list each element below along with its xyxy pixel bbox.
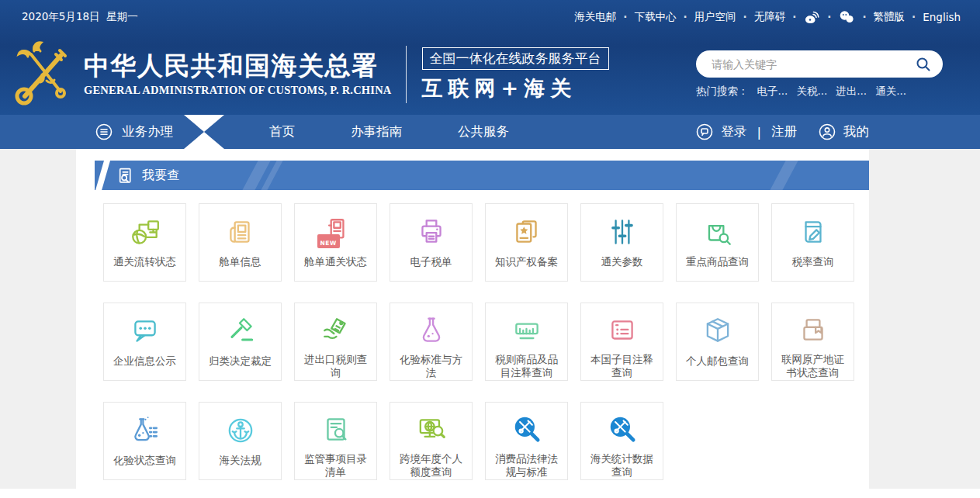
login-bubble-icon [695, 123, 714, 141]
separator-dot: · [792, 11, 796, 23]
service-card-lab-standards-methods[interactable]: 化验标准与方法 [390, 303, 473, 381]
service-label: 进出口税则查询 [300, 353, 372, 380]
menu-label: 业务办理 [122, 123, 173, 140]
site-subtitle: GENERAL ADMINISTRATION OF CUSTOMS, P. R.… [84, 84, 392, 97]
service-label: 归类决定裁定 [209, 354, 272, 368]
service-label: 消费品法律法规与标准 [490, 452, 563, 479]
hot-search-label: 热门搜索： [696, 85, 749, 99]
service-card-tax-rate-query[interactable]: 税率查询 [771, 203, 854, 282]
service-card-clearance-flow-status[interactable]: 通关流转状态 [103, 203, 186, 282]
certificate-box-icon [797, 313, 829, 348]
hand-tag-icon [320, 313, 352, 348]
topbar-link-mail[interactable]: 海关电邮 [574, 10, 616, 24]
service-card-manifest-clearance-status[interactable]: NEW 舱单通关状态 [294, 203, 377, 282]
site-title: 中华人民共和国海关总署 [84, 52, 392, 80]
service-card-key-commodity-query[interactable]: 重点商品查询 [676, 203, 759, 282]
service-card-customs-statistics-query[interactable]: 海关统计数据查询 [580, 402, 663, 480]
section-title: 我要查 [142, 168, 179, 184]
clipboard-search-icon [320, 413, 352, 447]
topbar-link-accessibility[interactable]: 无障碍 [754, 10, 786, 24]
flask-list-icon [129, 413, 161, 448]
separator-dot: · [743, 11, 747, 23]
my-account-link[interactable]: 我的 [843, 123, 869, 140]
monitor-search-icon [415, 413, 448, 447]
service-card-ipr-recordation[interactable]: 知识产权备案 [485, 203, 568, 282]
service-card-classification-decisions[interactable]: 归类决定裁定 [199, 303, 282, 381]
separator-dot: · [862, 11, 866, 23]
topbar-link-download[interactable]: 下载中心 [634, 10, 676, 24]
service-label: 本国子目注释查询 [586, 353, 658, 380]
ruler-icon [511, 313, 543, 348]
globe-network-icon [129, 214, 161, 250]
service-label: 电子税单 [410, 255, 452, 269]
service-card-domestic-subheading-notes-query[interactable]: 本国子目注释查询 [580, 303, 663, 381]
date-text: 2020年5月18日 星期一 [22, 10, 138, 24]
weibo-icon[interactable] [803, 9, 820, 26]
nav-item-guide[interactable]: 办事指南 [351, 123, 402, 140]
list-card-icon [606, 313, 639, 348]
nav-item-home[interactable]: 首页 [269, 123, 295, 140]
new-badge: NEW [317, 234, 340, 248]
document-new-icon: NEW [320, 214, 352, 250]
service-card-customs-regulations[interactable]: 海关法规 [199, 402, 282, 480]
emblem-search-icon [511, 413, 543, 447]
service-label: 化验状态查询 [113, 454, 176, 468]
streak-decoration [767, 161, 801, 190]
service-card-lab-status-query[interactable]: 化验状态查询 [103, 402, 186, 480]
newspaper-icon [224, 214, 257, 250]
nav-fold-decoration [184, 115, 224, 149]
service-card-import-export-tariff-query[interactable]: 进出口税则查询 [294, 303, 377, 381]
service-label: 舱单通关状态 [304, 255, 367, 269]
register-link[interactable]: 注册 [771, 123, 797, 140]
menu-button[interactable]: 业务办理 [95, 123, 173, 141]
search-input[interactable] [710, 57, 910, 71]
search-box [696, 50, 943, 78]
separator-dot: · [623, 11, 627, 23]
search-button[interactable] [910, 54, 937, 74]
service-card-manifest-info[interactable]: 舱单信息 [199, 203, 282, 282]
service-card-clearance-parameters[interactable]: 通关参数 [580, 203, 663, 282]
chat-dots-icon [129, 313, 161, 349]
bag-search-icon [701, 214, 734, 250]
wechat-icon[interactable] [838, 9, 855, 26]
service-card-electronic-tax-bill[interactable]: 电子税单 [390, 203, 473, 282]
hamburger-icon [95, 123, 113, 141]
topbar-link-userspace[interactable]: 用户空间 [694, 10, 736, 24]
service-label: 知识产权备案 [495, 255, 558, 269]
hot-search-item[interactable]: 关税... [796, 85, 827, 99]
book-pencil-icon [797, 214, 829, 250]
service-card-enterprise-info-publicity[interactable]: 企业信息公示 [103, 303, 186, 381]
service-label: 监管事项目录清单 [300, 452, 372, 479]
service-card-personal-parcel-query[interactable]: 个人邮包查询 [676, 303, 759, 381]
package-box-icon [701, 313, 734, 349]
topbar-link-traditional[interactable]: 繁體版 [874, 10, 906, 24]
service-card-consumer-goods-laws-standards[interactable]: 消费品法律法规与标准 [485, 402, 568, 480]
nav-item-public-service[interactable]: 公共服务 [458, 123, 509, 140]
service-label: 海关统计数据查询 [586, 452, 658, 479]
anchor-icon [224, 413, 257, 448]
service-card-supervision-catalog-list[interactable]: 监管事项目录清单 [294, 402, 377, 480]
hot-search-item[interactable]: 通关... [875, 85, 906, 99]
content-area: 我要查 通关流转状态 [0, 149, 980, 489]
platform-name: 互联网+海关 [422, 74, 609, 102]
hot-search-item[interactable]: 电子... [757, 85, 788, 99]
topbar-link-english[interactable]: English [923, 11, 961, 23]
doc-search-icon [116, 167, 134, 185]
service-label: 海关法规 [220, 454, 261, 468]
service-card-tariff-commodity-notes-query[interactable]: 税则商品及品目注释查询 [485, 303, 568, 381]
service-label: 重点商品查询 [686, 255, 749, 269]
search-icon [915, 56, 932, 73]
separator-dot: · [827, 11, 831, 23]
service-label: 企业信息公示 [113, 354, 176, 368]
login-link[interactable]: 登录 [721, 123, 746, 140]
header-divider [406, 46, 407, 103]
printer-icon [415, 214, 448, 250]
separator-dot: · [683, 11, 687, 23]
content-container: 我要查 通关流转状态 [76, 149, 869, 489]
service-label: 化验标准与方法 [395, 353, 467, 380]
service-card-cross-border-annual-quota-query[interactable]: 跨境年度个人额度查询 [390, 402, 473, 480]
hot-search-item[interactable]: 进出... [836, 85, 867, 99]
flask-icon [415, 313, 448, 348]
service-card-origin-certificate-status-query[interactable]: 联网原产地证书状态查询 [771, 303, 854, 381]
separator-dot: · [912, 11, 916, 23]
